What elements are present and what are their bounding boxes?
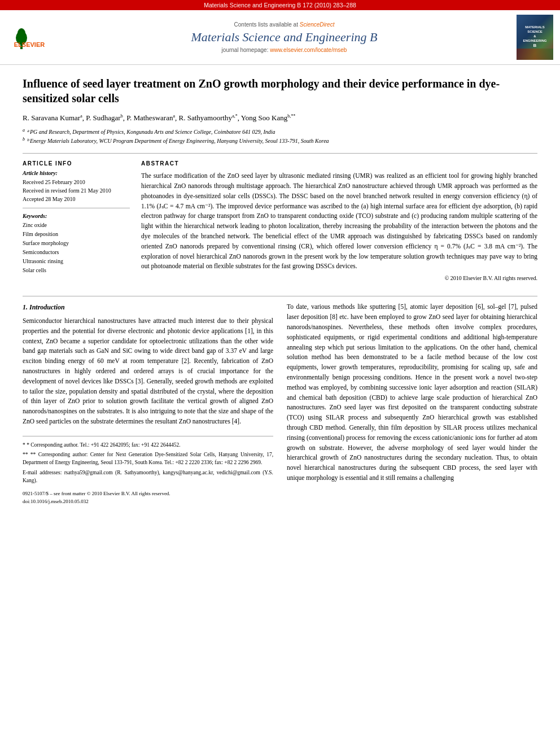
journal-homepage: journal homepage: www.elsevier.com/locat… — [58, 47, 511, 53]
header-center: Contents lists available at ScienceDirec… — [58, 21, 511, 53]
intro-paragraph: Semiconductor hierarchical nanostructure… — [23, 316, 273, 427]
svg-text:ELSEVIER: ELSEVIER — [14, 41, 45, 48]
sup-b: b — [121, 113, 123, 119]
footnote-2: ** ** Corresponding author: Center for N… — [23, 451, 273, 467]
affiliation-a: a ᵃ PG and Research, Department of Physi… — [23, 127, 537, 136]
top-bar: Materials Science and Engineering B 172 … — [0, 0, 560, 10]
authors-line: R. Saravana Kumara, P. Sudhagarb, P. Mat… — [23, 112, 537, 124]
sup-a3: a,* — [232, 113, 238, 119]
affiliation-b: b ᵇ Energy Materials Laboratory, WCU Pro… — [23, 136, 537, 145]
sup-b2: b,** — [287, 113, 295, 119]
page-header: ELSEVIER Contents lists available at Sci… — [0, 10, 560, 65]
keyword-6: Solar cells — [23, 266, 130, 275]
elsevier-logo-image: ELSEVIER — [7, 23, 52, 51]
homepage-label: journal homepage: — [222, 47, 269, 53]
keyword-4: Semiconductors — [23, 248, 130, 257]
abstract-panel: Abstract The surface modification of the… — [141, 160, 537, 287]
homepage-url[interactable]: www.elsevier.com/locate/mseb — [270, 47, 347, 53]
journal-citation: Materials Science and Engineering B 172 … — [204, 2, 356, 8]
page-footer: 0921-5107/$ – see front matter © 2010 El… — [23, 490, 273, 505]
copyright-line: © 2010 Elsevier B.V. All rights reserved… — [141, 275, 537, 281]
article-info-abstract: ARTICLE INFO Article history: Received 2… — [23, 153, 537, 287]
affiliations: a ᵃ PG and Research, Department of Physi… — [23, 127, 537, 146]
received-date: Received 25 February 2010 — [23, 178, 130, 186]
intro-heading: 1. Introduction — [23, 302, 273, 313]
svg-point-3 — [18, 28, 25, 38]
article-history-label: Article history: — [23, 170, 130, 176]
right-body-col: To date, various methods like sputtering… — [287, 302, 537, 505]
footnotes: * * Corresponding author. Tel.: +91 422 … — [23, 436, 273, 484]
issn-line: 0921-5107/$ – see front matter © 2010 El… — [23, 490, 273, 498]
sup-a: a — [80, 113, 82, 119]
keywords-label: Keywords: — [23, 213, 130, 219]
journal-title: Materials Science and Engineering B — [58, 30, 511, 45]
footnote-email: E-mail addresses: rsathya59@gmail.com (R… — [23, 469, 273, 485]
keyword-3: Surface morphology — [23, 239, 130, 248]
keywords-list: Zinc oxide Film deposition Surface morph… — [23, 221, 130, 275]
doi-line: doi:10.1016/j.mseb.2010.05.032 — [23, 498, 273, 506]
article-info-heading: ARTICLE INFO — [23, 160, 130, 167]
divider — [23, 208, 130, 208]
sciencedirect-line: Contents lists available at ScienceDirec… — [58, 21, 511, 28]
sciencedirect-label: Contents lists available at — [234, 21, 298, 28]
sciencedirect-link[interactable]: ScienceDirect — [300, 21, 335, 28]
keyword-1: Zinc oxide — [23, 221, 130, 230]
abstract-heading: Abstract — [141, 160, 537, 167]
article-info-panel: ARTICLE INFO Article history: Received 2… — [23, 160, 130, 287]
accepted-date: Accepted 28 May 2010 — [23, 195, 130, 203]
article-history: Received 25 February 2010 Received in re… — [23, 178, 130, 203]
sup-a2: a — [173, 113, 175, 119]
body-content: 1. Introduction Semiconductor hierarchic… — [23, 302, 537, 505]
revised-date: Received in revised form 21 May 2010 — [23, 186, 130, 195]
main-content: Influence of seed layer treatment on ZnO… — [0, 65, 560, 517]
article-title: Influence of seed layer treatment on ZnO… — [23, 76, 537, 106]
footnote-1: * * Corresponding author. Tel.: +91 422 … — [23, 441, 273, 449]
right-col-paragraph: To date, various methods like sputtering… — [287, 302, 537, 483]
keyword-5: Ultrasonic rinsing — [23, 257, 130, 266]
journal-cover: MATERIALSSCIENCE&ENGINEERINGB — [517, 15, 553, 60]
left-body-col: 1. Introduction Semiconductor hierarchic… — [23, 302, 273, 505]
keyword-2: Film deposition — [23, 230, 130, 239]
abstract-text: The surface modification of the ZnO seed… — [141, 171, 537, 272]
elsevier-logo: ELSEVIER — [7, 23, 52, 51]
section-divider — [23, 296, 537, 296]
journal-cover-text: MATERIALSSCIENCE&ENGINEERINGB — [523, 25, 546, 49]
